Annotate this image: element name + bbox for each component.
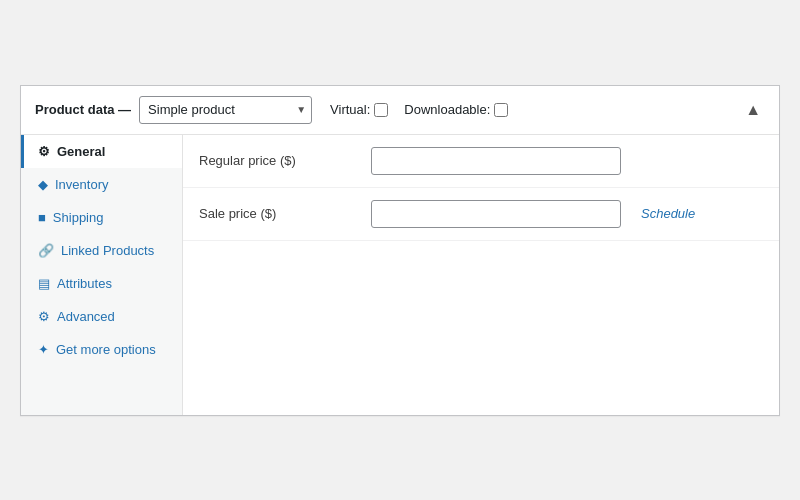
collapse-button[interactable]: ▲ [741,101,765,119]
virtual-checkbox[interactable] [374,103,388,117]
product-options-group: Virtual: Downloadable: [330,102,508,117]
virtual-label-text: Virtual: [330,102,370,117]
inventory-icon: ◆ [38,177,48,192]
regular-price-label: Regular price ($) [199,153,359,168]
downloadable-checkbox[interactable] [494,103,508,117]
sidebar-label-get-more: Get more options [56,342,156,357]
get-more-icon: ✦ [38,342,49,357]
sidebar-item-get-more-options[interactable]: ✦ Get more options [21,333,182,366]
sidebar-item-advanced[interactable]: ⚙ Advanced [21,300,182,333]
downloadable-label-text: Downloadable: [404,102,490,117]
sidebar-item-general[interactable]: ⚙ General [21,135,182,168]
schedule-link[interactable]: Schedule [641,206,695,221]
product-data-header: Product data — Simple product Grouped pr… [21,86,779,135]
sale-price-label: Sale price ($) [199,206,359,221]
sidebar-label-attributes: Attributes [57,276,112,291]
sidebar-label-general: General [57,144,105,159]
product-data-panel: Product data — Simple product Grouped pr… [20,85,780,416]
sale-price-row: Sale price ($) Schedule [183,188,779,241]
product-type-wrapper: Simple product Grouped product External/… [139,96,312,124]
sidebar-label-linked-products: Linked Products [61,243,154,258]
product-data-body: ⚙ General ◆ Inventory ■ Shipping 🔗 Linke… [21,135,779,415]
sidebar-label-inventory: Inventory [55,177,108,192]
sidebar-item-linked-products[interactable]: 🔗 Linked Products [21,234,182,267]
shipping-icon: ■ [38,210,46,225]
regular-price-input[interactable] [371,147,621,175]
sale-price-input[interactable] [371,200,621,228]
downloadable-checkbox-label[interactable]: Downloadable: [404,102,508,117]
sidebar-item-inventory[interactable]: ◆ Inventory [21,168,182,201]
regular-price-row: Regular price ($) [183,135,779,188]
product-type-select[interactable]: Simple product Grouped product External/… [139,96,312,124]
sidebar-label-shipping: Shipping [53,210,104,225]
sidebar-nav: ⚙ General ◆ Inventory ■ Shipping 🔗 Linke… [21,135,183,415]
main-content-area: Regular price ($) Sale price ($) Schedul… [183,135,779,415]
general-icon: ⚙ [38,144,50,159]
sidebar-item-shipping[interactable]: ■ Shipping [21,201,182,234]
virtual-checkbox-label[interactable]: Virtual: [330,102,388,117]
product-data-label: Product data — [35,102,131,117]
attributes-icon: ▤ [38,276,50,291]
sidebar-item-attributes[interactable]: ▤ Attributes [21,267,182,300]
advanced-icon: ⚙ [38,309,50,324]
linked-products-icon: 🔗 [38,243,54,258]
sidebar-label-advanced: Advanced [57,309,115,324]
